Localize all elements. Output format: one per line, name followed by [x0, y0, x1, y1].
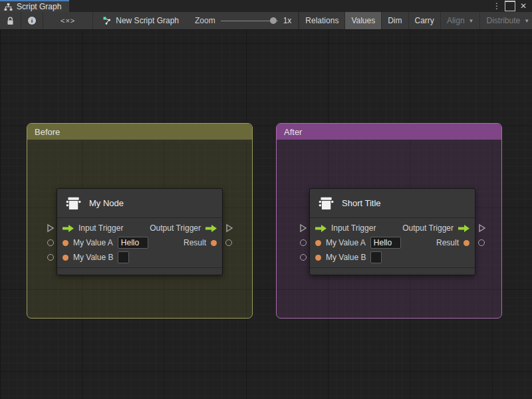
flow-input-port-marker[interactable]	[299, 223, 308, 233]
port-row-value-a: My Value A Result	[57, 235, 222, 250]
flow-input-port-marker[interactable]	[46, 223, 55, 233]
node-ports: Input Trigger Output Trigger My Value A …	[57, 218, 222, 265]
zoom-label: Zoom	[195, 16, 215, 25]
input-trigger-label: Input Trigger	[331, 223, 376, 233]
button-label: Relations	[305, 16, 338, 25]
graph-name-label: New Script Graph	[116, 16, 179, 25]
code-icon: <×>	[61, 17, 75, 25]
code-preview-button[interactable]: <×>	[43, 12, 93, 29]
result-label: Result	[184, 238, 206, 247]
group-title: Before	[35, 127, 60, 137]
zoom-value: 1x	[283, 16, 292, 25]
button-label: Values	[351, 16, 375, 25]
value-a-port-icon[interactable]	[63, 240, 68, 246]
node-title: Short Title	[342, 198, 381, 208]
window-controls: ⋮ ✕	[491, 0, 532, 12]
input-trigger-arrow-icon[interactable]	[63, 225, 74, 232]
value-input-port-marker[interactable]	[300, 254, 307, 261]
value-output-port-marker[interactable]	[225, 239, 232, 246]
input-trigger-arrow-icon[interactable]	[315, 225, 327, 232]
group-title: After	[284, 127, 302, 137]
value-b-input[interactable]	[370, 251, 382, 263]
port-row-value-b: My Value B	[310, 250, 475, 265]
info-icon: i	[28, 17, 36, 25]
lock-button[interactable]	[0, 12, 21, 29]
node-title: My Node	[89, 198, 124, 208]
port-row-value-b: My Value B	[57, 250, 222, 265]
node-short-title-wrapper: Short Title Input Trigger Output Trigger…	[298, 188, 487, 275]
node-left-port-markers	[298, 188, 309, 275]
port-row-triggers: Input Trigger Output Trigger	[57, 221, 222, 235]
graph-canvas[interactable]: Before After	[0, 30, 532, 399]
unit-node-icon	[317, 195, 334, 212]
result-port-icon[interactable]	[464, 240, 469, 246]
button-label: Distribute	[486, 16, 520, 25]
port-row-triggers: Input Trigger Output Trigger	[310, 221, 475, 235]
hierarchy-icon	[4, 3, 13, 11]
zoom-slider-handle[interactable]	[270, 17, 277, 24]
node-header[interactable]: My Node	[57, 189, 222, 218]
info-button[interactable]: i	[21, 12, 43, 29]
node-left-port-markers	[45, 188, 57, 275]
graph-toolbar: i <×> New Script Graph Zoom 1x Relations	[0, 12, 532, 30]
button-label: Align	[447, 16, 465, 25]
tab-bar: Script Graph ⋮ ✕	[0, 0, 532, 12]
result-label: Result	[436, 238, 459, 247]
zoom-slider[interactable]	[221, 17, 278, 24]
node-my-node-wrapper: My Node Input Trigger Output Trigger My …	[45, 188, 234, 275]
value-output-port-marker[interactable]	[478, 239, 485, 246]
zoom-control: Zoom 1x	[188, 12, 299, 29]
button-label: Dim	[388, 16, 402, 25]
result-port-icon[interactable]	[211, 240, 217, 246]
value-b-port-icon[interactable]	[315, 255, 321, 261]
value-a-input[interactable]	[118, 237, 148, 249]
button-label: Carry	[415, 16, 434, 25]
node-footer	[310, 267, 475, 275]
input-trigger-label: Input Trigger	[78, 223, 123, 233]
node-footer	[57, 267, 222, 275]
unity-script-graph-window: Script Graph ⋮ ✕ i <×>	[0, 0, 532, 399]
group-before-header[interactable]: Before	[27, 124, 252, 140]
value-input-port-marker[interactable]	[300, 239, 307, 246]
unit-node-icon	[65, 195, 82, 212]
group-after-header[interactable]: After	[277, 124, 501, 140]
zoom-slider-track	[221, 21, 278, 22]
output-trigger-label: Output Trigger	[402, 223, 454, 233]
node-right-port-markers	[475, 188, 487, 275]
toolbar-button-distribute[interactable]: Distribute ▼	[480, 12, 532, 29]
close-icon[interactable]: ✕	[518, 1, 529, 11]
value-b-port-icon[interactable]	[63, 255, 68, 261]
menu-kebab-icon[interactable]: ⋮	[491, 1, 502, 11]
toolbar-button-relations[interactable]: Relations	[299, 12, 345, 29]
value-a-input[interactable]	[370, 237, 401, 249]
maximize-icon[interactable]	[505, 1, 515, 11]
script-graph-icon	[102, 16, 112, 25]
graph-breadcrumb[interactable]: New Script Graph	[93, 12, 188, 29]
output-trigger-arrow-icon[interactable]	[205, 225, 217, 232]
toolbar-button-carry[interactable]: Carry	[409, 12, 441, 29]
value-a-label: My Value A	[73, 238, 113, 247]
output-trigger-arrow-icon[interactable]	[458, 225, 469, 232]
flow-output-port-marker[interactable]	[477, 223, 487, 233]
toolbar-button-dim[interactable]: Dim	[382, 12, 408, 29]
value-b-input[interactable]	[118, 251, 129, 263]
node-short-title[interactable]: Short Title Input Trigger Output Trigger…	[309, 188, 475, 275]
tab-script-graph[interactable]: Script Graph	[0, 0, 69, 12]
chevron-down-icon: ▼	[469, 18, 474, 24]
value-a-port-icon[interactable]	[315, 240, 321, 246]
value-b-label: My Value B	[73, 253, 113, 262]
toolbar-button-align[interactable]: Align ▼	[441, 12, 481, 29]
value-input-port-marker[interactable]	[47, 254, 54, 261]
toolbar-button-values[interactable]: Values	[345, 12, 382, 29]
lock-icon	[7, 17, 14, 25]
tab-title: Script Graph	[17, 2, 61, 11]
port-row-value-a: My Value A Result	[310, 235, 475, 250]
value-input-port-marker[interactable]	[47, 239, 54, 246]
node-header[interactable]: Short Title	[310, 189, 475, 218]
node-ports: Input Trigger Output Trigger My Value A …	[310, 218, 475, 265]
node-my-node[interactable]: My Node Input Trigger Output Trigger My …	[57, 188, 223, 275]
value-a-label: My Value A	[326, 238, 366, 247]
value-b-label: My Value B	[326, 253, 366, 262]
flow-output-port-marker[interactable]	[225, 223, 234, 233]
node-right-port-markers	[223, 188, 234, 275]
